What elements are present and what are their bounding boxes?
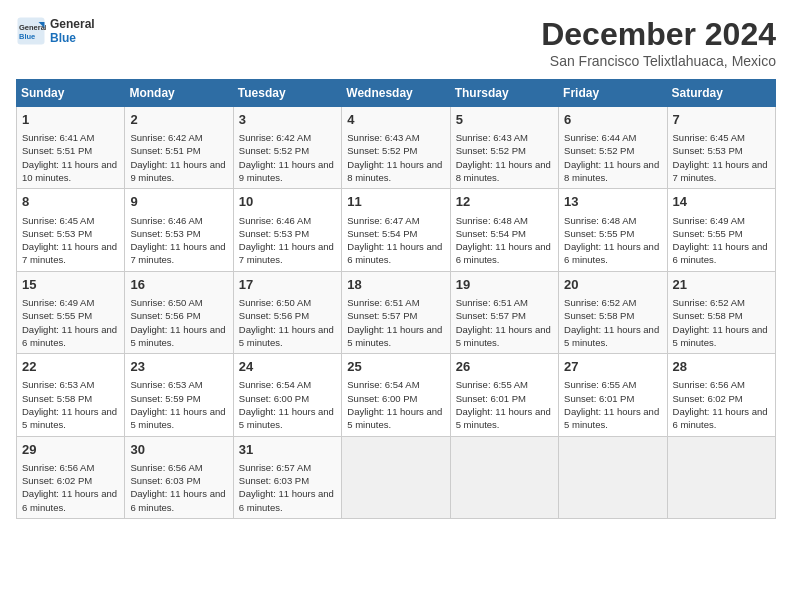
day-number: 3 xyxy=(239,111,336,129)
day-content: Sunrise: 6:52 AM Sunset: 5:58 PM Dayligh… xyxy=(564,296,661,349)
day-number: 25 xyxy=(347,358,444,376)
day-header-wednesday: Wednesday xyxy=(342,80,450,107)
day-number: 5 xyxy=(456,111,553,129)
day-content: Sunrise: 6:54 AM Sunset: 6:00 PM Dayligh… xyxy=(239,378,336,431)
day-content: Sunrise: 6:51 AM Sunset: 5:57 PM Dayligh… xyxy=(456,296,553,349)
calendar-table: SundayMondayTuesdayWednesdayThursdayFrid… xyxy=(16,79,776,519)
calendar-cell: 1Sunrise: 6:41 AM Sunset: 5:51 PM Daylig… xyxy=(17,107,125,189)
calendar-cell: 9Sunrise: 6:46 AM Sunset: 5:53 PM Daylig… xyxy=(125,189,233,271)
day-number: 2 xyxy=(130,111,227,129)
calendar-week-1: 1Sunrise: 6:41 AM Sunset: 5:51 PM Daylig… xyxy=(17,107,776,189)
day-content: Sunrise: 6:56 AM Sunset: 6:02 PM Dayligh… xyxy=(673,378,770,431)
calendar-cell: 12Sunrise: 6:48 AM Sunset: 5:54 PM Dayli… xyxy=(450,189,558,271)
day-number: 11 xyxy=(347,193,444,211)
logo-general: General xyxy=(50,17,95,31)
day-content: Sunrise: 6:55 AM Sunset: 6:01 PM Dayligh… xyxy=(456,378,553,431)
day-number: 14 xyxy=(673,193,770,211)
day-number: 23 xyxy=(130,358,227,376)
day-number: 31 xyxy=(239,441,336,459)
svg-text:Blue: Blue xyxy=(19,32,35,41)
day-content: Sunrise: 6:45 AM Sunset: 5:53 PM Dayligh… xyxy=(22,214,119,267)
day-content: Sunrise: 6:54 AM Sunset: 6:00 PM Dayligh… xyxy=(347,378,444,431)
calendar-cell: 20Sunrise: 6:52 AM Sunset: 5:58 PM Dayli… xyxy=(559,271,667,353)
calendar-week-3: 15Sunrise: 6:49 AM Sunset: 5:55 PM Dayli… xyxy=(17,271,776,353)
day-number: 10 xyxy=(239,193,336,211)
day-number: 6 xyxy=(564,111,661,129)
day-number: 7 xyxy=(673,111,770,129)
day-content: Sunrise: 6:49 AM Sunset: 5:55 PM Dayligh… xyxy=(673,214,770,267)
calendar-week-5: 29Sunrise: 6:56 AM Sunset: 6:02 PM Dayli… xyxy=(17,436,776,518)
calendar-cell: 4Sunrise: 6:43 AM Sunset: 5:52 PM Daylig… xyxy=(342,107,450,189)
calendar-cell xyxy=(667,436,775,518)
calendar-cell: 11Sunrise: 6:47 AM Sunset: 5:54 PM Dayli… xyxy=(342,189,450,271)
day-number: 15 xyxy=(22,276,119,294)
calendar-cell: 5Sunrise: 6:43 AM Sunset: 5:52 PM Daylig… xyxy=(450,107,558,189)
day-number: 30 xyxy=(130,441,227,459)
day-content: Sunrise: 6:53 AM Sunset: 5:58 PM Dayligh… xyxy=(22,378,119,431)
calendar-cell: 2Sunrise: 6:42 AM Sunset: 5:51 PM Daylig… xyxy=(125,107,233,189)
day-content: Sunrise: 6:50 AM Sunset: 5:56 PM Dayligh… xyxy=(130,296,227,349)
calendar-cell: 10Sunrise: 6:46 AM Sunset: 5:53 PM Dayli… xyxy=(233,189,341,271)
calendar-cell: 7Sunrise: 6:45 AM Sunset: 5:53 PM Daylig… xyxy=(667,107,775,189)
calendar-cell: 16Sunrise: 6:50 AM Sunset: 5:56 PM Dayli… xyxy=(125,271,233,353)
day-number: 16 xyxy=(130,276,227,294)
day-header-sunday: Sunday xyxy=(17,80,125,107)
calendar-cell: 25Sunrise: 6:54 AM Sunset: 6:00 PM Dayli… xyxy=(342,354,450,436)
day-header-friday: Friday xyxy=(559,80,667,107)
calendar-cell: 8Sunrise: 6:45 AM Sunset: 5:53 PM Daylig… xyxy=(17,189,125,271)
day-content: Sunrise: 6:43 AM Sunset: 5:52 PM Dayligh… xyxy=(456,131,553,184)
day-number: 29 xyxy=(22,441,119,459)
calendar-cell: 28Sunrise: 6:56 AM Sunset: 6:02 PM Dayli… xyxy=(667,354,775,436)
day-number: 20 xyxy=(564,276,661,294)
calendar-cell: 30Sunrise: 6:56 AM Sunset: 6:03 PM Dayli… xyxy=(125,436,233,518)
calendar-cell: 29Sunrise: 6:56 AM Sunset: 6:02 PM Dayli… xyxy=(17,436,125,518)
day-number: 28 xyxy=(673,358,770,376)
location-title: San Francisco Telixtlahuaca, Mexico xyxy=(541,53,776,69)
day-content: Sunrise: 6:46 AM Sunset: 5:53 PM Dayligh… xyxy=(239,214,336,267)
day-number: 13 xyxy=(564,193,661,211)
title-area: December 2024 San Francisco Telixtlahuac… xyxy=(541,16,776,69)
day-content: Sunrise: 6:46 AM Sunset: 5:53 PM Dayligh… xyxy=(130,214,227,267)
day-header-tuesday: Tuesday xyxy=(233,80,341,107)
day-content: Sunrise: 6:49 AM Sunset: 5:55 PM Dayligh… xyxy=(22,296,119,349)
logo-blue: Blue xyxy=(50,31,95,45)
day-number: 12 xyxy=(456,193,553,211)
logo: General Blue General Blue xyxy=(16,16,95,46)
day-number: 22 xyxy=(22,358,119,376)
calendar-cell: 15Sunrise: 6:49 AM Sunset: 5:55 PM Dayli… xyxy=(17,271,125,353)
day-content: Sunrise: 6:41 AM Sunset: 5:51 PM Dayligh… xyxy=(22,131,119,184)
calendar-cell xyxy=(450,436,558,518)
day-content: Sunrise: 6:43 AM Sunset: 5:52 PM Dayligh… xyxy=(347,131,444,184)
day-header-saturday: Saturday xyxy=(667,80,775,107)
calendar-cell: 26Sunrise: 6:55 AM Sunset: 6:01 PM Dayli… xyxy=(450,354,558,436)
day-content: Sunrise: 6:42 AM Sunset: 5:51 PM Dayligh… xyxy=(130,131,227,184)
day-header-monday: Monday xyxy=(125,80,233,107)
day-content: Sunrise: 6:52 AM Sunset: 5:58 PM Dayligh… xyxy=(673,296,770,349)
day-number: 8 xyxy=(22,193,119,211)
day-content: Sunrise: 6:53 AM Sunset: 5:59 PM Dayligh… xyxy=(130,378,227,431)
day-content: Sunrise: 6:45 AM Sunset: 5:53 PM Dayligh… xyxy=(673,131,770,184)
day-number: 24 xyxy=(239,358,336,376)
day-content: Sunrise: 6:51 AM Sunset: 5:57 PM Dayligh… xyxy=(347,296,444,349)
calendar-cell: 18Sunrise: 6:51 AM Sunset: 5:57 PM Dayli… xyxy=(342,271,450,353)
calendar-cell: 17Sunrise: 6:50 AM Sunset: 5:56 PM Dayli… xyxy=(233,271,341,353)
day-number: 26 xyxy=(456,358,553,376)
calendar-cell: 24Sunrise: 6:54 AM Sunset: 6:00 PM Dayli… xyxy=(233,354,341,436)
header-row: SundayMondayTuesdayWednesdayThursdayFrid… xyxy=(17,80,776,107)
day-content: Sunrise: 6:48 AM Sunset: 5:55 PM Dayligh… xyxy=(564,214,661,267)
day-number: 27 xyxy=(564,358,661,376)
calendar-cell: 13Sunrise: 6:48 AM Sunset: 5:55 PM Dayli… xyxy=(559,189,667,271)
day-content: Sunrise: 6:56 AM Sunset: 6:02 PM Dayligh… xyxy=(22,461,119,514)
logo-icon: General Blue xyxy=(16,16,46,46)
day-number: 19 xyxy=(456,276,553,294)
calendar-cell xyxy=(342,436,450,518)
day-content: Sunrise: 6:44 AM Sunset: 5:52 PM Dayligh… xyxy=(564,131,661,184)
day-content: Sunrise: 6:55 AM Sunset: 6:01 PM Dayligh… xyxy=(564,378,661,431)
day-number: 4 xyxy=(347,111,444,129)
calendar-cell: 23Sunrise: 6:53 AM Sunset: 5:59 PM Dayli… xyxy=(125,354,233,436)
day-number: 21 xyxy=(673,276,770,294)
day-header-thursday: Thursday xyxy=(450,80,558,107)
calendar-cell: 22Sunrise: 6:53 AM Sunset: 5:58 PM Dayli… xyxy=(17,354,125,436)
calendar-cell: 31Sunrise: 6:57 AM Sunset: 6:03 PM Dayli… xyxy=(233,436,341,518)
day-content: Sunrise: 6:50 AM Sunset: 5:56 PM Dayligh… xyxy=(239,296,336,349)
